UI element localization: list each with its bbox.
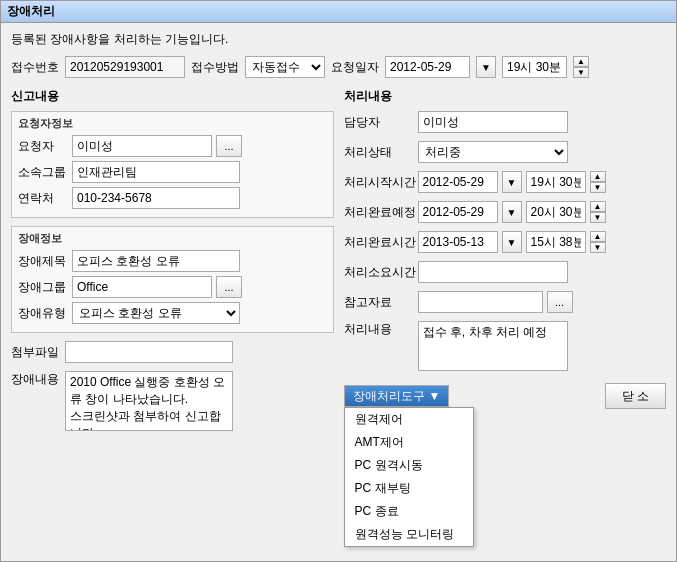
fault-group-input[interactable] [72,276,212,298]
start-time-label: 처리시작시간 [344,174,414,191]
tool-dropdown-arrow: ▼ [429,389,441,403]
left-panel: 신고내용 요청자정보 요청자 ... 소속그룹 연락처 [11,88,334,553]
end-actual-time-input[interactable] [526,231,586,253]
requester-input[interactable] [72,135,212,157]
fault-content-label: 장애내용 [11,371,61,388]
process-content-label: 처리내용 [344,321,414,338]
status-select[interactable]: 처리중 처리완료 처리보류 [418,141,568,163]
end-expected-down[interactable]: ▼ [590,212,606,223]
main-body: 신고내용 요청자정보 요청자 ... 소속그룹 연락처 [11,88,666,553]
contact-row: 연락처 [18,187,327,209]
end-expected-label: 처리완료예정 [344,204,414,221]
start-date-input[interactable] [418,171,498,193]
manager-label: 담당자 [344,114,414,131]
tool-item-pc-shutdown[interactable]: PC 종료 [345,500,473,523]
fault-type-row: 장애유형 오피스 호환성 오류 [18,302,327,324]
process-content-row: 처리내용 접수 후, 차후 처리 예정 [344,321,667,371]
fault-title-row: 장애제목 [18,250,327,272]
elapsed-input[interactable] [418,261,568,283]
tool-item-pc-reboot[interactable]: PC 재부팅 [345,477,473,500]
report-section-title: 신고내용 [11,88,334,105]
end-expected-time-input[interactable] [526,201,586,223]
window-title: 장애처리 [7,3,55,20]
tool-item-amt[interactable]: AMT제어 [345,431,473,454]
end-actual-down[interactable]: ▼ [590,242,606,253]
end-actual-up[interactable]: ▲ [590,231,606,242]
start-date-cal-btn[interactable]: ▼ [502,171,522,193]
end-actual-label: 처리완료시간 [344,234,414,251]
group-label: 소속그룹 [18,164,68,181]
attachment-label: 첨부파일 [11,344,61,361]
fault-content-row: 장애내용 2010 Office 실행중 호환성 오류 창이 나타났습니다. 스… [11,371,334,431]
start-time-down[interactable]: ▼ [590,182,606,193]
reference-input[interactable] [418,291,543,313]
tool-dropdown-label: 장애처리도구 [353,388,425,405]
fault-type-select[interactable]: 오피스 호환성 오류 [72,302,240,324]
end-expected-date-input[interactable] [418,201,498,223]
end-actual-row: 처리완료시간 ▼ ▲ ▼ [344,231,667,253]
title-bar: 장애처리 [1,1,676,23]
request-time-down[interactable]: ▼ [573,67,589,78]
end-expected-time-spin: ▲ ▼ [590,201,606,223]
reception-number-input[interactable] [65,56,185,78]
fault-group-row: 장애그룹 ... [18,276,327,298]
content-area: 등록된 장애사항을 처리하는 기능입니다. 접수번호 접수방법 자동접수 요청일… [1,23,676,561]
start-time-input[interactable] [526,171,586,193]
reception-method-select[interactable]: 자동접수 [245,56,325,78]
contact-label: 연락처 [18,190,68,207]
tool-dropdown-area: 장애처리도구 ▼ 원격제어 AMT제어 PC 원격시동 PC 재부팅 PC 종료… [344,383,667,409]
right-panel: 처리내용 담당자 처리상태 처리중 처리완료 처리보류 처리시작시간 [344,88,667,553]
elapsed-label: 처리소요시간 [344,264,414,281]
contact-input[interactable] [72,187,240,209]
fault-title-input[interactable] [72,250,240,272]
requester-label: 요청자 [18,138,68,155]
attachment-input[interactable] [65,341,233,363]
tool-dropdown-container: 장애처리도구 ▼ 원격제어 AMT제어 PC 원격시동 PC 재부팅 PC 종료… [344,385,450,407]
reception-number-label: 접수번호 [11,59,59,76]
fault-section-title: 장애정보 [18,231,327,246]
fault-section: 장애정보 장애제목 장애그룹 ... 장애유형 오피스 호환성 오류 [11,226,334,333]
end-expected-up[interactable]: ▲ [590,201,606,212]
end-expected-row: 처리완료예정 ▼ ▲ ▼ [344,201,667,223]
group-input[interactable] [72,161,240,183]
fault-content-textarea[interactable]: 2010 Office 실행중 호환성 오류 창이 나타났습니다. 스크린샷과 … [65,371,233,431]
request-date-cal-btn[interactable]: ▼ [476,56,496,78]
fault-group-label: 장애그룹 [18,279,68,296]
process-content-textarea[interactable]: 접수 후, 차후 처리 예정 [418,321,568,371]
tool-item-remote-control[interactable]: 원격제어 [345,408,473,431]
tool-dropdown-popup: 원격제어 AMT제어 PC 원격시동 PC 재부팅 PC 종료 원격성능 모니터… [344,407,474,547]
tool-item-pc-remote-start[interactable]: PC 원격시동 [345,454,473,477]
manager-input[interactable] [418,111,568,133]
request-date-label: 요청일자 [331,59,379,76]
status-row: 처리상태 처리중 처리완료 처리보류 [344,141,667,163]
reception-method-label: 접수방법 [191,59,239,76]
end-actual-cal-btn[interactable]: ▼ [502,231,522,253]
request-time-spin: ▲ ▼ [573,56,589,78]
status-label: 처리상태 [344,144,414,161]
reference-label: 참고자료 [344,294,414,311]
reference-row: 참고자료 ... [344,291,667,313]
reference-browse-btn[interactable]: ... [547,291,573,313]
requester-row: 요청자 ... [18,135,327,157]
requester-browse-btn[interactable]: ... [216,135,242,157]
manager-row: 담당자 [344,111,667,133]
start-time-row: 처리시작시간 ▼ ▲ ▼ [344,171,667,193]
main-window: 장애처리 등록된 장애사항을 처리하는 기능입니다. 접수번호 접수방법 자동접… [0,0,677,562]
request-date-input[interactable] [385,56,470,78]
request-time-up[interactable]: ▲ [573,56,589,67]
tool-item-remote-monitor[interactable]: 원격성능 모니터링 [345,523,473,546]
description-text: 등록된 장애사항을 처리하는 기능입니다. [11,31,666,48]
end-expected-cal-btn[interactable]: ▼ [502,201,522,223]
start-time-spin: ▲ ▼ [590,171,606,193]
request-time-input[interactable] [502,56,567,78]
end-actual-time-spin: ▲ ▼ [590,231,606,253]
end-actual-date-input[interactable] [418,231,498,253]
fault-group-browse-btn[interactable]: ... [216,276,242,298]
requester-section-title: 요청자정보 [18,116,327,131]
process-section-title: 처리내용 [344,88,667,105]
start-time-up[interactable]: ▲ [590,171,606,182]
requester-section: 요청자정보 요청자 ... 소속그룹 연락처 [11,111,334,218]
tool-dropdown-btn[interactable]: 장애처리도구 ▼ [344,385,450,407]
close-btn[interactable]: 닫 소 [605,383,666,409]
elapsed-row: 처리소요시간 [344,261,667,283]
